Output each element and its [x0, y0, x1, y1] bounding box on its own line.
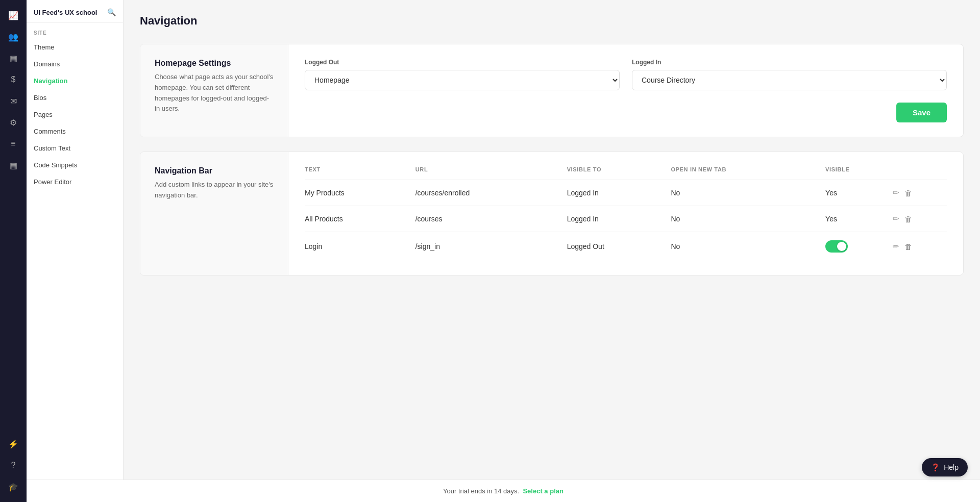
- sidebar-app-title: UI Feed's UX school: [34, 9, 97, 16]
- search-icon[interactable]: 🔍: [107, 8, 116, 16]
- sidebar-section-site: SITE: [27, 23, 123, 39]
- row-visible: Yes: [825, 206, 893, 232]
- calendar-icon[interactable]: ▦: [4, 156, 22, 174]
- sidebar-item-theme[interactable]: Theme: [27, 39, 123, 56]
- edit-icon[interactable]: ✏: [893, 188, 899, 197]
- homepage-settings-desc: Homepage Settings Choose what page acts …: [140, 44, 288, 137]
- navigation-table: TEXT URL VISIBLE TO OPEN IN NEW TAB VISI…: [305, 166, 947, 261]
- row-open-new-tab: No: [671, 180, 825, 206]
- sidebar-item-pages[interactable]: Pages: [27, 106, 123, 123]
- row-actions: ✏ 🗑: [893, 242, 947, 251]
- row-text: My Products: [305, 180, 415, 206]
- table-row: My Products /courses/enrolled Logged In …: [305, 180, 947, 206]
- visibility-toggle[interactable]: [825, 240, 848, 253]
- row-actions: ✏ 🗑: [893, 188, 947, 197]
- homepage-settings-section: Homepage Settings Choose what page acts …: [140, 44, 964, 137]
- settings-icon[interactable]: ⚙: [4, 113, 22, 132]
- library-icon[interactable]: ≡: [4, 135, 22, 153]
- row-visible-to: Logged In: [567, 180, 671, 206]
- save-button[interactable]: Save: [896, 103, 947, 122]
- row-visible-to: Logged In: [567, 206, 671, 232]
- sidebar-item-custom-text[interactable]: Custom Text: [27, 140, 123, 157]
- sidebar: UI Feed's UX school 🔍 SITE Theme Domains…: [27, 0, 124, 502]
- icon-rail: 📈 👥 ▦ $ ✉ ⚙ ≡ ▦ ⚡ ? 🎓: [0, 0, 27, 502]
- navigation-bar-description: Add custom links to appear in your site'…: [155, 180, 274, 201]
- help-label: Help: [944, 463, 959, 471]
- edit-icon[interactable]: ✏: [893, 242, 899, 251]
- table-row: All Products /courses Logged In No Yes ✏…: [305, 206, 947, 232]
- row-url: /courses: [415, 206, 567, 232]
- row-text: All Products: [305, 206, 415, 232]
- visibility-toggle-wrap: [825, 240, 893, 253]
- navigation-bar-content: TEXT URL VISIBLE TO OPEN IN NEW TAB VISI…: [288, 152, 963, 275]
- sidebar-header: UI Feed's UX school 🔍: [27, 0, 123, 23]
- page-title: Navigation: [140, 14, 964, 28]
- users-icon[interactable]: 👥: [4, 28, 22, 46]
- mail-icon[interactable]: ✉: [4, 92, 22, 110]
- navigation-bar-desc: Navigation Bar Add custom links to appea…: [140, 152, 288, 275]
- homepage-settings-heading: Homepage Settings: [155, 59, 274, 68]
- row-visible-to: Logged Out: [567, 232, 671, 261]
- homepage-settings-content: Logged Out Homepage Course Directory Cus…: [288, 44, 963, 137]
- select-plan-link[interactable]: Select a plan: [523, 487, 563, 495]
- row-url: /sign_in: [415, 232, 567, 261]
- help-circle-icon[interactable]: ?: [4, 456, 22, 474]
- sidebar-item-bios[interactable]: Bios: [27, 89, 123, 106]
- table-row: Login /sign_in Logged Out No: [305, 232, 947, 261]
- homepage-grid: Logged Out Homepage Course Directory Cus…: [305, 59, 947, 90]
- lightning-icon[interactable]: ⚡: [4, 435, 22, 453]
- row-toggle: [825, 232, 893, 261]
- trial-banner: Your trial ends in 14 days. Select a pla…: [27, 480, 980, 502]
- main-content: Navigation Homepage Settings Choose what…: [124, 0, 980, 502]
- logged-in-label: Logged In: [632, 59, 947, 66]
- row-text: Login: [305, 232, 415, 261]
- sidebar-item-domains[interactable]: Domains: [27, 56, 123, 72]
- chart-icon[interactable]: 📈: [4, 6, 22, 24]
- sidebar-item-navigation[interactable]: Navigation: [27, 72, 123, 89]
- row-open-new-tab: No: [671, 206, 825, 232]
- logged-out-label: Logged Out: [305, 59, 620, 66]
- delete-icon[interactable]: 🗑: [904, 189, 912, 197]
- row-open-new-tab: No: [671, 232, 825, 261]
- row-url: /courses/enrolled: [415, 180, 567, 206]
- sidebar-item-code-snippets[interactable]: Code Snippets: [27, 157, 123, 173]
- row-visible: Yes: [825, 180, 893, 206]
- navigation-bar-section: Navigation Bar Add custom links to appea…: [140, 152, 964, 275]
- graduation-icon[interactable]: 🎓: [4, 478, 22, 496]
- row-actions: ✏ 🗑: [893, 214, 947, 223]
- col-visible-to: VISIBLE TO: [567, 166, 671, 180]
- logged-in-select[interactable]: Course Directory Homepage Custom Page: [632, 70, 947, 90]
- navigation-bar-heading: Navigation Bar: [155, 166, 274, 175]
- dashboard-icon[interactable]: ▦: [4, 49, 22, 67]
- col-url: URL: [415, 166, 567, 180]
- save-btn-row: Save: [305, 103, 947, 122]
- col-visible: VISIBLE: [825, 166, 893, 180]
- dollar-icon[interactable]: $: [4, 70, 22, 89]
- edit-icon[interactable]: ✏: [893, 214, 899, 223]
- logged-out-field: Logged Out Homepage Course Directory Cus…: [305, 59, 620, 90]
- help-icon: ❓: [931, 463, 940, 471]
- delete-icon[interactable]: 🗑: [904, 242, 912, 251]
- sidebar-item-comments[interactable]: Comments: [27, 123, 123, 140]
- trial-message: Your trial ends in 14 days.: [443, 487, 519, 495]
- sidebar-item-power-editor[interactable]: Power Editor: [27, 173, 123, 190]
- logged-out-select[interactable]: Homepage Course Directory Custom Page: [305, 70, 620, 90]
- logged-in-field: Logged In Course Directory Homepage Cust…: [632, 59, 947, 90]
- col-text: TEXT: [305, 166, 415, 180]
- homepage-settings-description: Choose what page acts as your school's h…: [155, 72, 274, 114]
- delete-icon[interactable]: 🗑: [904, 215, 912, 223]
- col-open-new-tab: OPEN IN NEW TAB: [671, 166, 825, 180]
- help-button[interactable]: ❓ Help: [922, 458, 968, 476]
